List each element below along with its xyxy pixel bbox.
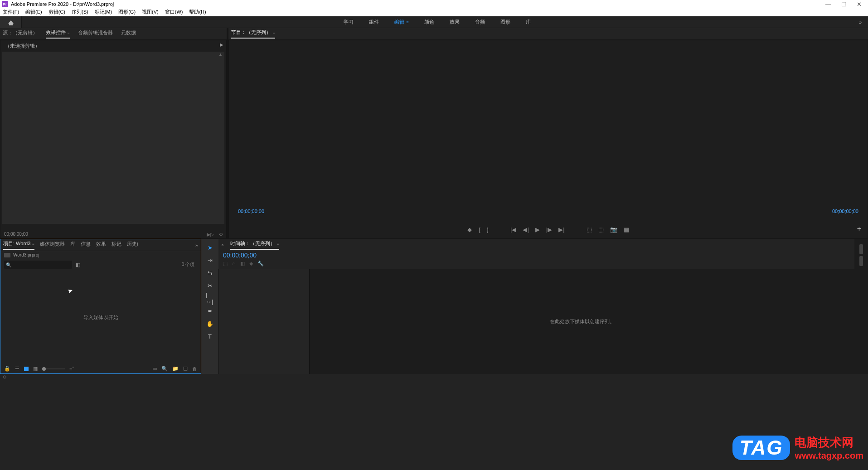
marker-tl-icon[interactable]: ◆ (249, 261, 253, 266)
marker-icon[interactable]: ◆ (467, 226, 472, 233)
selection-tool-icon[interactable]: ➤ (206, 243, 214, 252)
cursor-icon: ➤ (67, 286, 74, 295)
tab-history[interactable]: 历史i (127, 241, 138, 249)
play-icon[interactable]: ▶ (535, 226, 540, 233)
find-icon[interactable]: 🔍 (161, 366, 168, 372)
step-back-icon[interactable]: ◀| (523, 226, 529, 233)
titlebar: Pr Adobe Premiere Pro 2020 - D:\pr\Word3… (0, 0, 868, 8)
watermark-logo: TAG (732, 436, 790, 460)
sort-icon[interactable]: ≡ˇ (69, 366, 74, 372)
menu-sequence[interactable]: 序列(S) (72, 9, 88, 15)
project-bin-body[interactable]: ➤ 导入媒体以开始 (0, 271, 201, 364)
menu-window[interactable]: 窗口(W) (165, 9, 183, 15)
hand-tool-icon[interactable]: ✋ (206, 320, 214, 328)
home-icon (8, 20, 14, 24)
meter-thumb (859, 256, 863, 266)
goto-in-icon[interactable]: |◀ (510, 226, 516, 233)
out-point-icon[interactable]: } (487, 226, 489, 233)
tab-metadata[interactable]: 元数据 (121, 29, 136, 38)
settings-icon[interactable]: 🔧 (257, 261, 264, 266)
track-select-tool-icon[interactable]: ⇥ (206, 256, 214, 264)
watermark: TAG 电脑技术网 www.tagxp.com (732, 435, 863, 461)
list-view-icon[interactable]: ☰ (15, 366, 19, 372)
workspace-overflow[interactable]: » (853, 19, 868, 25)
snap-icon[interactable]: ⬚ (223, 261, 228, 266)
new-bin-icon[interactable]: 📁 (172, 366, 179, 372)
loop-icon[interactable]: ⟲ (218, 232, 223, 237)
linked-selection-icon[interactable]: ∩ (232, 261, 236, 266)
tab-media-browser[interactable]: 媒体浏览器 (40, 241, 65, 249)
auto-media-icon[interactable]: ▭ (152, 366, 157, 372)
program-monitor: 00;00;00;00 00;00;00;00 ◆ { } |◀ ◀| ▶ |▶… (228, 40, 868, 239)
workspace-graphics[interactable]: 图形 (499, 16, 512, 28)
menubar: 文件(F) 编辑(E) 剪辑(C) 序列(S) 标记(M) 图形(G) 视图(V… (0, 8, 868, 16)
zoom-slider[interactable] (42, 368, 65, 369)
add-marker-icon[interactable]: ◧ (240, 261, 245, 266)
tab-overflow-icon[interactable]: » (195, 242, 198, 248)
workspace-effects[interactable]: 效果 (448, 16, 461, 28)
menu-view[interactable]: 视图(V) (142, 9, 159, 15)
project-panel: 项目: Word3≡ 媒体浏览器 库 信息 效果 标记 历史i » Word3.… (0, 239, 201, 374)
tab-timeline[interactable]: 时间轴：（无序列）≡ (230, 240, 279, 250)
freeform-view-icon[interactable]: ▦ (33, 366, 38, 372)
ripple-edit-tool-icon[interactable]: ⇆ (206, 269, 214, 277)
tab-effect-controls[interactable]: 效果控件≡ (46, 29, 70, 39)
minimize-button[interactable]: — (825, 1, 831, 8)
pen-tool-icon[interactable]: ✒ (206, 307, 214, 315)
program-tc-right: 00;00;00;00 (832, 208, 858, 214)
timeline-panel: × 时间轴：（无序列）≡ 00;00;00;00 ⬚ ∩ ◧ ◆ 🔧 在此处放下… (218, 239, 854, 374)
maximize-button[interactable]: ☐ (841, 1, 847, 8)
comparison-icon[interactable]: ▦ (624, 226, 629, 233)
items-count: 0 个项 (182, 262, 194, 268)
play-only-icon[interactable]: ▶▷ (207, 232, 214, 237)
workspace-libraries[interactable]: 库 (524, 16, 533, 28)
menu-markers[interactable]: 标记(M) (95, 9, 112, 15)
tab-project[interactable]: 项目: Word3≡ (3, 240, 34, 250)
extract-icon[interactable]: ⬚ (598, 226, 604, 233)
step-forward-icon[interactable]: |▶ (546, 226, 552, 233)
menu-file[interactable]: 文件(F) (3, 9, 19, 15)
tab-libraries[interactable]: 库 (70, 241, 75, 249)
slip-tool-icon[interactable]: |↔| (206, 294, 214, 302)
trash-icon[interactable]: 🗑 (192, 366, 197, 372)
source-panel-group: 源：（无剪辑） 效果控件≡ 音频剪辑混合器 元数据 （未选择剪辑） ▶ ▲ 00… (0, 28, 227, 239)
menu-graphics[interactable]: 图形(G) (118, 9, 136, 15)
razor-tool-icon[interactable]: ✂ (206, 281, 214, 290)
search-input[interactable]: 🔍 (4, 261, 72, 269)
type-tool-icon[interactable]: T (206, 332, 214, 340)
icon-view-icon[interactable] (24, 367, 29, 371)
effect-controls-body: ▲ (2, 52, 224, 224)
goto-out-icon[interactable]: ▶| (558, 226, 564, 233)
home-button[interactable] (0, 16, 22, 28)
workspace-color[interactable]: 颜色 (422, 16, 436, 28)
tab-markers[interactable]: 标记 (112, 241, 121, 249)
bin-icon (4, 253, 10, 257)
in-point-icon[interactable]: { (478, 226, 480, 233)
new-item-icon[interactable]: ❏ (183, 366, 188, 372)
menu-clip[interactable]: 剪辑(C) (48, 9, 65, 15)
menu-edit[interactable]: 编辑(E) (25, 9, 42, 15)
timeline-close-icon[interactable]: × (221, 242, 224, 247)
timeline-tracks-area[interactable]: 在此处放下媒体以创建序列。 (310, 269, 854, 374)
lock-icon[interactable]: 🔓 (4, 366, 10, 372)
tab-info[interactable]: 信息 (81, 241, 91, 249)
tab-audio-mixer[interactable]: 音频剪辑混合器 (78, 29, 113, 38)
tab-effects[interactable]: 效果 (96, 241, 106, 249)
search-icon: 🔍 (6, 262, 11, 267)
workspace-editing[interactable]: 编辑≡ (393, 16, 410, 28)
tab-program[interactable]: 节目：（无序列）≡ (231, 29, 275, 39)
workspace-learning[interactable]: 学习 (342, 16, 355, 28)
close-button[interactable]: ✕ (857, 1, 862, 8)
workspace-audio[interactable]: 音频 (473, 16, 487, 28)
export-frame-icon[interactable]: 📷 (610, 226, 617, 233)
expand-icon[interactable]: ▶ (220, 42, 223, 47)
tab-source[interactable]: 源：（无剪辑） (3, 29, 38, 38)
workspace-assembly[interactable]: 组件 (367, 16, 381, 28)
filter-bin-icon[interactable]: ◧ (76, 262, 80, 268)
add-button-icon[interactable]: + (857, 225, 861, 233)
lift-icon[interactable]: ⬚ (587, 226, 592, 233)
watermark-url: www.tagxp.com (795, 451, 863, 461)
timeline-timecode[interactable]: 00;00;00;00 (218, 251, 854, 260)
menu-help[interactable]: 帮助(H) (189, 9, 206, 15)
scroll-up-icon[interactable]: ▲ (218, 52, 223, 57)
